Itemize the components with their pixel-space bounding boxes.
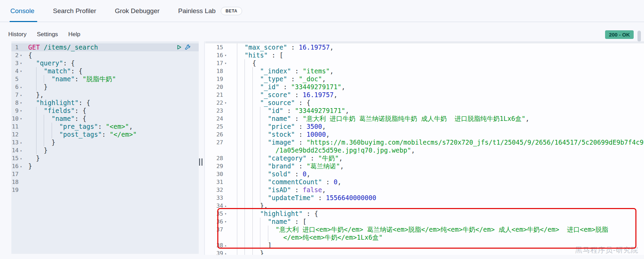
code-line: 15▴ } xyxy=(11,154,199,162)
fold-arrow-icon[interactable]: ▾ xyxy=(19,99,28,107)
code-text: { xyxy=(229,59,256,67)
line-number: 22 xyxy=(205,99,223,107)
code-line: 14▴ } xyxy=(11,146,199,154)
console-menu: HistorySettingsHelp xyxy=(8,31,80,38)
fold-arrow-icon[interactable]: ▾ xyxy=(223,218,229,226)
tab-search-profiler[interactable]: Search Profiler xyxy=(53,0,96,22)
code-text: ] xyxy=(229,241,272,249)
fold-arrow-icon xyxy=(223,146,229,154)
fold-arrow-icon[interactable]: ▴ xyxy=(19,146,28,154)
indent-guide xyxy=(237,43,245,51)
code-line: 9▾ "fields": { xyxy=(11,107,199,115)
tab-label: Search Profiler xyxy=(53,7,96,15)
indent-guide xyxy=(36,67,44,75)
fold-arrow-icon[interactable]: ▴ xyxy=(19,138,28,146)
tab-grok-debugger[interactable]: Grok Debugger xyxy=(115,0,159,22)
code-text: } xyxy=(28,138,55,146)
fold-arrow-icon[interactable]: ▾ xyxy=(223,59,229,67)
indent-guide xyxy=(44,138,52,146)
indent-guide xyxy=(52,131,60,138)
fold-arrow-icon[interactable]: ▾ xyxy=(223,210,229,218)
code-text: "pre_tags": "<em>", xyxy=(28,123,133,131)
fold-arrow-icon xyxy=(19,186,28,194)
line-number: 15 xyxy=(11,154,19,162)
fold-arrow-icon[interactable]: ▴ xyxy=(19,154,28,162)
code-text: } xyxy=(229,249,264,255)
indent-guide xyxy=(260,226,268,234)
status-badge: 200 - OK xyxy=(605,30,634,39)
fold-arrow-icon[interactable]: ▾ xyxy=(19,107,28,115)
request-editor[interactable]: 1GET /items/_search2▾{3▾ "query": {4▾ "m… xyxy=(11,41,199,254)
panel-divider-line xyxy=(204,41,205,255)
fold-arrow-icon[interactable]: ▾ xyxy=(19,67,28,75)
fold-arrow-icon[interactable]: ▴ xyxy=(223,202,229,210)
menu-history[interactable]: History xyxy=(8,31,27,38)
line-number: 9 xyxy=(11,107,19,115)
wrench-icon[interactable] xyxy=(185,44,190,50)
indent-guide xyxy=(252,99,260,107)
indent-guide xyxy=(245,107,252,115)
fold-arrow-icon xyxy=(223,138,229,146)
line-number: 28 xyxy=(205,154,223,162)
indent-guide xyxy=(245,83,252,91)
tab-console[interactable]: Console xyxy=(10,0,34,22)
menu-help[interactable]: Help xyxy=(68,31,80,38)
line-number: 18 xyxy=(205,67,223,75)
indent-guide xyxy=(245,234,252,241)
line-number: 3 xyxy=(11,59,19,67)
indent-guide xyxy=(252,210,260,218)
fold-arrow-icon[interactable]: ▾ xyxy=(19,115,28,123)
code-line: 20 "_id" : "33449279171", xyxy=(205,83,644,91)
fold-arrow-icon xyxy=(223,186,229,194)
panel-resizer-grip[interactable] xyxy=(199,158,202,166)
response-editor[interactable]: 15 "max_score" : 16.19757,16▾ "hits" : [… xyxy=(205,41,644,255)
indent-guide xyxy=(245,99,252,107)
indent-guide xyxy=(237,226,245,234)
code-text: "_score" : 16.19757, xyxy=(229,91,337,99)
fold-arrow-icon xyxy=(223,115,229,123)
line-number: 30 xyxy=(205,170,223,178)
fold-arrow-icon[interactable]: ▴ xyxy=(19,83,28,91)
line-number: 23 xyxy=(205,107,223,115)
fold-arrow-icon xyxy=(19,123,28,131)
code-line: 34▴ }, xyxy=(205,202,644,210)
fold-arrow-icon[interactable]: ▾ xyxy=(223,51,229,59)
code-text: "name": "脱脂牛奶" xyxy=(28,75,116,83)
indent-guide xyxy=(237,59,245,67)
fold-arrow-icon[interactable]: ▾ xyxy=(19,51,28,59)
code-line: 17▾ { xyxy=(205,59,644,67)
code-text: "sold" : 0, xyxy=(229,170,310,178)
code-line: 21 "_score" : 16.19757, xyxy=(205,91,644,99)
code-text: "意大利 进口<em>牛奶</em> 葛兰纳诺<em>脱脂</em>纯<em>牛… xyxy=(229,226,608,234)
indent-guide xyxy=(36,115,44,123)
fold-arrow-icon[interactable]: ▾ xyxy=(19,59,28,67)
indent-guide xyxy=(260,146,268,154)
indent-guide xyxy=(245,59,252,67)
code-line: 25 "price" : 3500, xyxy=(205,123,644,131)
fold-arrow-icon[interactable]: ▴ xyxy=(19,91,28,99)
indent-guide xyxy=(252,91,260,99)
tab-painless-lab[interactable]: Painless LabBETA xyxy=(178,0,242,22)
fold-arrow-icon[interactable]: ▴ xyxy=(223,241,229,249)
scrollbar-thumb[interactable] xyxy=(637,31,641,42)
send-request-play-icon[interactable] xyxy=(176,44,182,50)
fold-arrow-icon xyxy=(223,234,229,241)
fold-arrow-icon[interactable]: ▴ xyxy=(19,162,28,170)
code-text: "max_score" : 16.19757, xyxy=(229,43,334,51)
code-line: 3▾ "query": { xyxy=(11,59,199,67)
indent-guide xyxy=(260,170,268,178)
menu-settings[interactable]: Settings xyxy=(37,31,58,38)
code-text: "highlight" : { xyxy=(229,210,318,218)
indent-guide xyxy=(252,75,260,83)
fold-arrow-icon[interactable]: ▴ xyxy=(223,249,229,255)
indent-guide xyxy=(260,123,268,131)
code-line: 26 "stock" : 10000, xyxy=(205,131,644,138)
fold-arrow-icon xyxy=(19,170,28,178)
indent-guide xyxy=(245,218,252,226)
fold-arrow-icon[interactable]: ▾ xyxy=(223,99,229,107)
code-text: "name" : [ xyxy=(229,218,307,226)
code-text: "_id" : "33449279171", xyxy=(229,83,345,91)
tab-label: Grok Debugger xyxy=(115,7,159,15)
line-number: 6 xyxy=(11,83,19,91)
code-text: "name": { xyxy=(28,115,86,123)
